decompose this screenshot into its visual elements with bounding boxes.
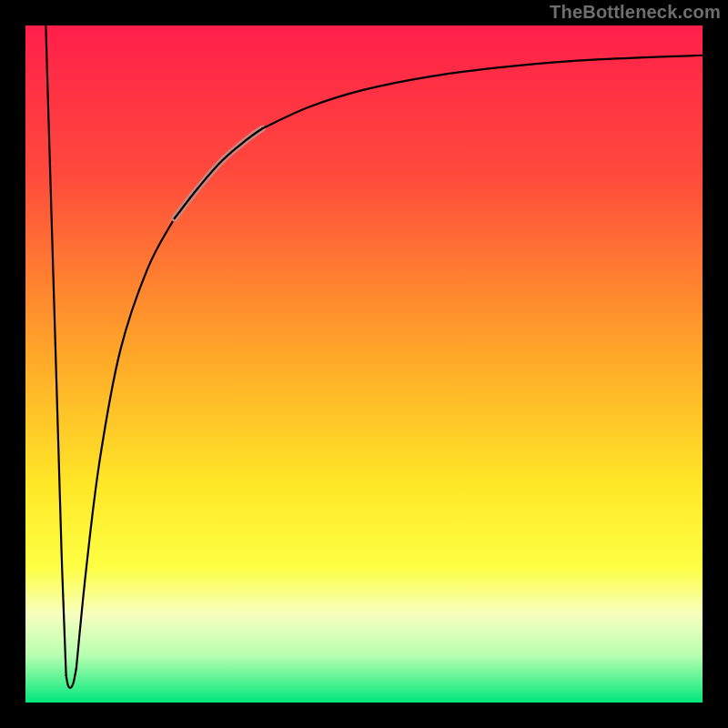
watermark-text: TheBottleneck.com: [550, 2, 721, 23]
plot-area: [25, 25, 703, 703]
background-rect: [25, 25, 703, 703]
chart-frame: TheBottleneck.com: [0, 0, 728, 728]
chart-svg: [25, 25, 703, 703]
